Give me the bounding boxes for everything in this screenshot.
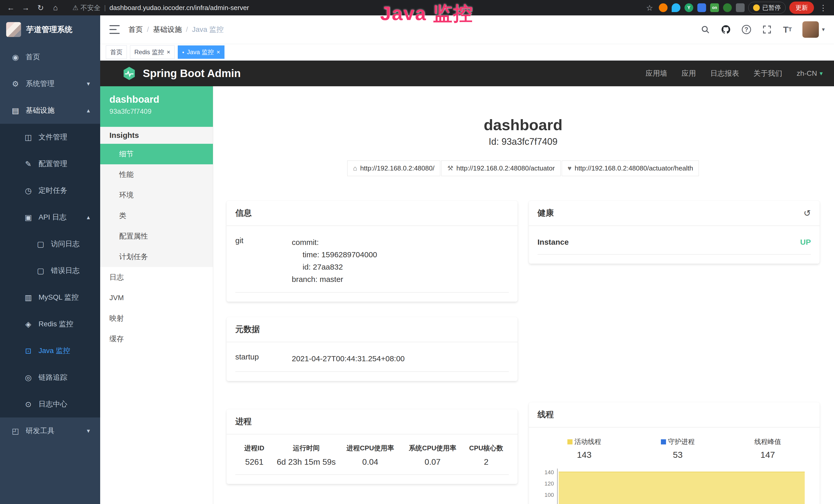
update-button[interactable]: 更新 (789, 2, 814, 14)
forward-button[interactable]: → (20, 2, 31, 13)
instance-menu-config-props[interactable]: 配置属性 (100, 226, 213, 247)
sidebar-item-home[interactable]: ◉ 首页 (0, 44, 100, 70)
reload-button[interactable]: ↻ (35, 2, 46, 13)
tab-bar: 首页 Redis 监控 × ● Java 监控 × (100, 44, 834, 61)
health-url-link[interactable]: ♥ http://192.168.0.2:48080/actuator/heal… (562, 160, 699, 176)
link-label: http://192.168.0.2:48080/actuator (456, 164, 555, 172)
axis-tick: 100 (537, 492, 554, 498)
service-url-link[interactable]: ⌂ http://192.168.0.2:48080/ (347, 160, 440, 176)
tab-java-monitor[interactable]: ● Java 监控 × (178, 45, 224, 59)
breadcrumb-infrastructure[interactable]: 基础设施 (153, 25, 182, 35)
live-threads-area (559, 472, 805, 504)
wrench-icon: ⚒ (447, 164, 453, 172)
extension-icon-green-circle[interactable]: Y (684, 3, 693, 12)
bookmark-star-icon[interactable]: ☆ (644, 2, 655, 13)
close-icon[interactable]: × (167, 49, 170, 55)
browser-menu-kebab-icon[interactable]: ⋮ (817, 2, 829, 13)
home-button[interactable]: ⌂ (50, 2, 61, 13)
sidebar-item-java-monitor[interactable]: ⊡ Java 监控 (0, 337, 100, 364)
search-icon[interactable] (700, 24, 711, 35)
extension-icon-orange[interactable] (659, 3, 667, 12)
instance-menu-classes[interactable]: 类 (100, 205, 213, 226)
sba-nav-applications[interactable]: 应用 (682, 69, 696, 78)
sidebar-item-system-management[interactable]: ⚙ 系统管理 ▾ (0, 70, 100, 97)
sidebar-item-error-logs[interactable]: ▢ 错误日志 (0, 257, 100, 284)
sba-brand[interactable]: Spring Boot Admin (122, 66, 241, 81)
sidebar-item-label: 研发工具 (26, 426, 54, 436)
extension-icon-drop[interactable] (672, 3, 680, 12)
sba-nav-journal[interactable]: 日志报表 (710, 69, 739, 78)
emoji-face-icon (753, 4, 760, 11)
breadcrumb-home[interactable]: 首页 (128, 25, 143, 35)
clock-icon: ◷ (24, 186, 33, 195)
breadcrumb-separator: / (147, 25, 149, 33)
sba-nav-wallboard[interactable]: 应用墙 (646, 69, 667, 78)
chevron-down-icon: ▾ (87, 427, 90, 434)
actuator-url-link[interactable]: ⚒ http://192.168.0.2:48080/actuator (441, 160, 561, 176)
extension-icon-puzzle[interactable] (736, 3, 745, 12)
user-avatar[interactable]: ▾ (803, 21, 825, 38)
instance-header[interactable]: dashboard 93a3fc7f7409 (100, 86, 213, 127)
instance-menu-caches[interactable]: 缓存 (100, 329, 213, 349)
legend-live-threads: 活动线程 143 (567, 437, 601, 460)
sidebar-item-mysql-monitor[interactable]: ▥ MySQL 监控 (0, 284, 100, 311)
health-instance-row[interactable]: Instance UP (537, 229, 811, 254)
app-title: 芋道管理系统 (26, 24, 72, 35)
sidebar-item-trace[interactable]: ◎ 链路追踪 (0, 364, 100, 391)
fullscreen-icon[interactable] (761, 24, 773, 35)
tab-redis-monitor[interactable]: Redis 监控 × (130, 45, 175, 59)
tab-home[interactable]: 首页 (106, 45, 127, 59)
sidebar-item-file-management[interactable]: ◫ 文件管理 (0, 124, 100, 151)
sidebar-item-label: 首页 (26, 52, 40, 62)
sidebar-item-dev-tools[interactable]: ◰ 研发工具 ▾ (0, 417, 100, 444)
card-title: 信息 (235, 207, 252, 219)
back-button[interactable]: ← (5, 2, 17, 13)
extension-icon-on-switch[interactable]: on (710, 3, 719, 12)
instance-menu-scheduled-tasks[interactable]: 计划任务 (100, 247, 213, 267)
sidebar-item-log-center[interactable]: ⊙ 日志中心 (0, 391, 100, 417)
sidebar-item-scheduled-tasks[interactable]: ◷ 定时任务 (0, 177, 100, 204)
history-icon[interactable]: ↺ (804, 208, 811, 218)
sidebar-collapse-icon[interactable] (109, 25, 120, 34)
paused-badge[interactable]: 已暂停 (748, 2, 786, 14)
health-instance-label: Instance (537, 238, 569, 247)
annotation-java-monitor: Java 监控 (380, 1, 474, 27)
extension-icon-leaf[interactable] (723, 3, 732, 12)
app-window: 芋道管理系统 ◉ 首页 ⚙ 系统管理 ▾ ▤ 基础设施 ▴ ◫ 文件管理 ✎ 配… (0, 16, 834, 504)
sba-locale-select[interactable]: zh-CN ▾ (797, 69, 823, 77)
sba-header: Spring Boot Admin 应用墙 应用 日志报表 关于我们 zh-CN… (100, 61, 834, 86)
sidebar-item-api-logs[interactable]: ▣ API 日志 ▴ (0, 204, 100, 231)
sidebar-item-redis-monitor[interactable]: ◈ Redis 监控 (0, 311, 100, 337)
legend-daemon-threads: 守护进程 53 (661, 437, 695, 460)
instance-menu-mappings[interactable]: 映射 (100, 308, 213, 329)
instance-menu-details[interactable]: 细节 (100, 144, 213, 164)
font-size-icon[interactable]: TT (782, 24, 793, 35)
sidebar-item-access-logs[interactable]: ▢ 访问日志 (0, 231, 100, 257)
help-icon[interactable]: ? (741, 24, 752, 35)
instance-menu-performance[interactable]: 性能 (100, 164, 213, 185)
log-icon: ▢ (36, 266, 45, 275)
legend-toggle[interactable]: 守护进程 (661, 437, 695, 446)
process-pid: 5261 (235, 457, 273, 467)
metadata-key: startup (235, 352, 292, 365)
threads-legend: 活动线程 143 守护进程 (537, 430, 811, 460)
extension-icon-blue-grid[interactable] (697, 3, 706, 12)
process-col-header: 运行时间 (273, 444, 339, 453)
legend-toggle[interactable]: 活动线程 (567, 437, 601, 446)
instance-menu-logs[interactable]: 日志 (100, 267, 213, 288)
sidebar-item-label: 文件管理 (39, 132, 67, 142)
close-icon[interactable]: × (217, 49, 220, 55)
address-bar[interactable]: ⚠ 不安全 | dashboard.yudao.iocoder.cn/infra… (65, 3, 640, 12)
legend-color-swatch (567, 439, 572, 444)
instance-menu-jvm[interactable]: JVM (100, 288, 213, 308)
sidebar-item-infrastructure[interactable]: ▤ 基础设施 ▴ (0, 97, 100, 124)
process-col-header: 进程CPU使用率 (339, 444, 401, 453)
github-icon[interactable] (720, 24, 731, 35)
sidebar-item-config-management[interactable]: ✎ 配置管理 (0, 151, 100, 177)
breadcrumb-current: Java 监控 (192, 25, 224, 35)
edit-icon: ✎ (24, 159, 33, 168)
security-warning[interactable]: ⚠ 不安全 (72, 3, 101, 12)
sba-nav-about[interactable]: 关于我们 (753, 69, 782, 78)
tools-icon: ◰ (11, 427, 20, 435)
instance-menu-environment[interactable]: 环境 (100, 185, 213, 205)
